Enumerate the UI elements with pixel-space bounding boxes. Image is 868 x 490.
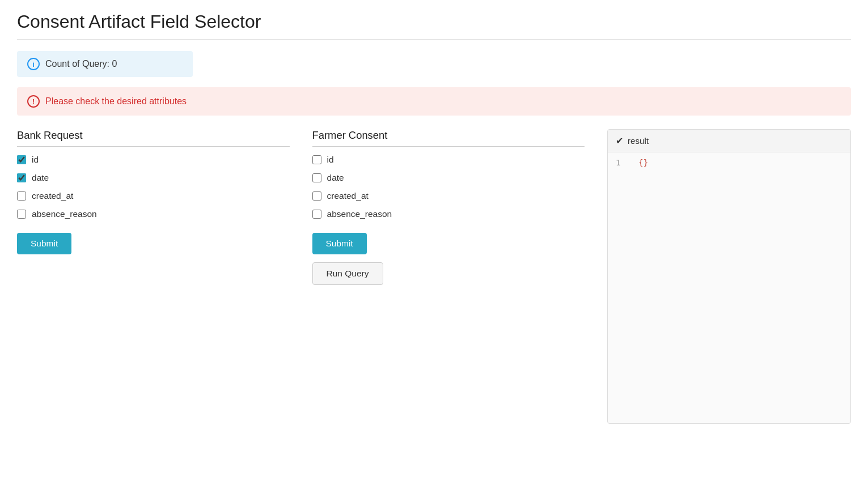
checkmark-icon: ✔ — [616, 135, 623, 146]
result-label: result — [628, 136, 649, 146]
bank-request-id-checkbox[interactable] — [17, 155, 26, 164]
farmer-consent-created-at-checkbox[interactable] — [312, 191, 321, 201]
line-number: 1 — [616, 158, 627, 167]
list-item[interactable]: date — [312, 173, 585, 183]
run-query-button[interactable]: Run Query — [312, 262, 383, 285]
list-item[interactable]: absence_reason — [17, 209, 290, 219]
farmer-consent-created-at-label: created_at — [327, 191, 369, 201]
farmer-consent-title: Farmer Consent — [312, 129, 585, 147]
bank-request-absence-reason-checkbox[interactable] — [17, 210, 26, 219]
farmer-consent-submit-button[interactable]: Submit — [312, 233, 367, 254]
farmer-consent-id-checkbox[interactable] — [312, 155, 321, 164]
info-banner: i Count of Query: 0 — [17, 51, 193, 77]
count-label: Count of Query: 0 — [45, 59, 117, 69]
farmer-consent-absence-reason-label: absence_reason — [327, 209, 392, 219]
farmer-consent-buttons: Submit Run Query — [312, 233, 585, 285]
bank-request-created-at-checkbox[interactable] — [17, 191, 26, 201]
bank-request-title: Bank Request — [17, 129, 290, 147]
farmer-consent-fields: id date created_at absence_reason — [312, 155, 585, 219]
bank-request-fields: id date created_at absence_reason — [17, 155, 290, 219]
bank-request-date-label: date — [32, 173, 49, 183]
farmer-consent-id-label: id — [327, 155, 334, 165]
warning-label: Please check the desired attributes — [45, 96, 187, 106]
warning-banner: ! Please check the desired attributes — [17, 87, 851, 116]
list-item[interactable]: id — [312, 155, 585, 165]
page-title: Consent Artifact Field Selector — [17, 11, 851, 40]
farmer-consent-date-label: date — [327, 173, 344, 183]
warning-icon: ! — [27, 95, 40, 108]
bank-request-created-at-label: created_at — [32, 191, 73, 201]
result-body: 1 {} — [608, 152, 850, 173]
result-header: ✔ result — [608, 130, 850, 152]
farmer-consent-date-checkbox[interactable] — [312, 173, 321, 182]
list-item[interactable]: created_at — [17, 191, 290, 201]
list-item[interactable]: created_at — [312, 191, 585, 201]
farmer-consent-absence-reason-checkbox[interactable] — [312, 210, 321, 219]
bank-request-id-label: id — [32, 155, 39, 165]
result-line: 1 {} — [608, 157, 850, 168]
farmer-consent-section: Farmer Consent id date created_at absenc… — [312, 129, 608, 285]
list-item[interactable]: absence_reason — [312, 209, 585, 219]
bank-request-absence-reason-label: absence_reason — [32, 209, 97, 219]
line-code: {} — [638, 158, 648, 167]
bank-request-section: Bank Request id date created_at absence_… — [17, 129, 312, 254]
bank-request-submit-button[interactable]: Submit — [17, 233, 71, 254]
info-icon: i — [27, 58, 40, 70]
list-item[interactable]: date — [17, 173, 290, 183]
list-item[interactable]: id — [17, 155, 290, 165]
result-panel: ✔ result 1 {} — [607, 129, 851, 424]
bank-request-date-checkbox[interactable] — [17, 173, 26, 182]
